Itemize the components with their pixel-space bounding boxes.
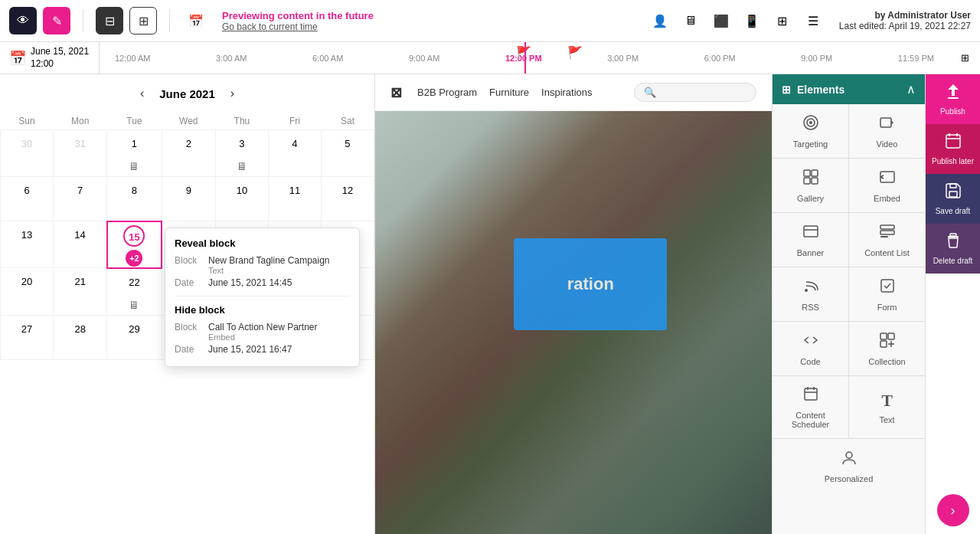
element-targeting[interactable]: Targeting — [773, 104, 848, 158]
day-28[interactable]: 28 — [54, 315, 107, 359]
day-header-mon: Mon — [54, 113, 107, 130]
day-header-wed: Wed — [162, 113, 215, 130]
layout2-btn[interactable]: ⊞ — [129, 7, 157, 34]
svg-rect-36 — [950, 234, 956, 236]
calendar-month-title: June 2021 — [159, 87, 215, 100]
day-10[interactable]: 10 — [215, 177, 268, 221]
banner-icon — [802, 223, 819, 244]
svg-marker-4 — [891, 120, 893, 125]
hide-date-label: Date — [175, 344, 204, 355]
content-scheduler-icon — [802, 385, 819, 406]
day-15[interactable]: 15 +2 — [107, 221, 162, 268]
preview-hero: ration — [375, 111, 772, 534]
more-icon-btn[interactable]: ☰ — [799, 7, 827, 34]
eye-icon-btn[interactable]: 👁 — [9, 7, 37, 34]
tl-12am: 12:00 AM — [115, 54, 150, 63]
day-29[interactable]: 29 — [107, 315, 162, 359]
day-31-prev[interactable]: 31 — [54, 130, 107, 177]
hero-blue-block: ration — [514, 238, 667, 330]
element-label-collection: Collection — [868, 357, 905, 366]
day-30-prev[interactable]: 30 — [1, 130, 54, 177]
element-gallery[interactable]: Gallery — [773, 159, 848, 212]
element-embed[interactable]: Embed — [849, 159, 925, 212]
calendar-icon-btn[interactable]: 📅 — [182, 7, 210, 34]
svg-rect-8 — [812, 178, 818, 184]
element-personalized[interactable]: Personalized — [773, 439, 925, 493]
svg-rect-3 — [880, 118, 891, 127]
calendar-prev-btn[interactable]: ‹ — [134, 84, 150, 103]
embed-icon — [879, 169, 896, 189]
delete-draft-btn[interactable]: Delete draft — [926, 224, 980, 274]
day-5[interactable]: 5 — [321, 130, 374, 177]
calendar-panel: ‹ June 2021 › Sun Mon Tue Wed Thu Fri Sa… — [0, 74, 375, 534]
day-12[interactable]: 12 — [321, 177, 374, 221]
day-3[interactable]: 3 🖥 — [215, 130, 268, 177]
day-4[interactable]: 4 — [268, 130, 321, 177]
day-14[interactable]: 14 — [54, 221, 107, 268]
day-num: 4 — [284, 133, 305, 155]
tl-11pm: 11:59 PM — [898, 54, 934, 63]
text-icon: T — [881, 391, 893, 411]
day-header-sun: Sun — [1, 113, 54, 130]
day-num: 1 — [123, 133, 145, 155]
day-header-thu: Thu — [215, 113, 268, 130]
elements-grid-icon: ⊞ — [782, 84, 791, 96]
toolbar-right: 👤 🖥 ⬛ 📱 ⊞ ☰ by Administrator User Last e… — [646, 7, 971, 34]
grid-view-btn[interactable]: ⊞ — [949, 43, 980, 74]
day-8[interactable]: 8 — [107, 177, 162, 221]
day-21[interactable]: 21 — [54, 268, 107, 316]
scroll-down-btn[interactable]: › — [937, 494, 969, 526]
preview-search[interactable]: 🔍 — [634, 83, 756, 102]
nav-b2b[interactable]: B2B Program — [417, 87, 477, 98]
mobile-icon-btn[interactable]: 📱 — [738, 7, 766, 34]
hide-block-title: Hide block — [175, 304, 350, 316]
person-icon-btn[interactable]: 👤 — [646, 7, 674, 34]
element-code[interactable]: Code — [773, 322, 848, 375]
element-collection[interactable]: Collection — [849, 322, 925, 375]
day-7[interactable]: 7 — [54, 177, 107, 221]
day-11[interactable]: 11 — [268, 177, 321, 221]
reveal-date-label: Date — [175, 277, 204, 288]
day-22[interactable]: 22 🖥 — [107, 268, 162, 316]
day-2[interactable]: 2 — [162, 130, 215, 177]
delete-draft-icon — [944, 231, 962, 254]
day-num: 20 — [16, 271, 38, 293]
day-num: 3 — [231, 133, 253, 155]
accessibility-icon-btn[interactable]: ⊞ — [769, 7, 796, 34]
element-rss[interactable]: RSS — [773, 267, 848, 321]
elements-collapse-btn[interactable]: ∧ — [906, 82, 916, 97]
website-preview: ⊠ B2B Program Furniture Inspirations 🔍 r… — [375, 74, 772, 534]
element-label-embed: Embed — [874, 194, 900, 203]
top-toolbar: 👁 ✎ ⊟ ⊞ 📅 Previewing content in the futu… — [0, 0, 980, 42]
calendar-next-btn[interactable]: › — [224, 84, 240, 103]
save-draft-btn[interactable]: Save draft — [926, 174, 980, 224]
timeline-date: June 15, 2021 — [31, 46, 89, 58]
element-content-scheduler[interactable]: Content Scheduler — [773, 376, 848, 438]
nav-inspirations[interactable]: Inspirations — [541, 87, 592, 98]
edit-icon-btn[interactable]: ✎ — [43, 7, 70, 34]
day-13[interactable]: 13 — [1, 221, 54, 268]
preview-nav-links: B2B Program Furniture Inspirations — [417, 87, 593, 98]
element-text[interactable]: T Text — [849, 376, 925, 438]
layout1-btn[interactable]: ⊟ — [96, 7, 123, 34]
go-back-link[interactable]: Go back to current time — [222, 21, 374, 32]
day-27[interactable]: 27 — [1, 315, 54, 359]
table-row: 6 7 8 9 10 11 12 — [1, 177, 374, 221]
day-num: 11 — [284, 180, 305, 201]
element-content-list[interactable]: Content List — [849, 213, 925, 267]
publish-later-btn[interactable]: Publish later — [926, 124, 980, 174]
tablet-icon-btn[interactable]: ⬛ — [707, 7, 735, 34]
nav-furniture[interactable]: Furniture — [489, 87, 529, 98]
timeline-date-btn[interactable]: 📅 June 15, 2021 12:00 — [0, 42, 100, 74]
desktop-icon-btn[interactable]: 🖥 — [677, 7, 704, 34]
day-20[interactable]: 20 — [1, 268, 54, 316]
element-form[interactable]: Form — [849, 267, 925, 321]
day-6[interactable]: 6 — [1, 177, 54, 221]
day-1[interactable]: 1 🖥 — [107, 130, 162, 177]
element-banner[interactable]: Banner — [773, 213, 848, 267]
hide-block-label: Block — [175, 322, 204, 342]
day-9[interactable]: 9 — [162, 177, 215, 221]
hide-date-row: Date June 15, 2021 16:47 — [175, 344, 350, 355]
element-video[interactable]: Video — [849, 104, 925, 158]
publish-btn[interactable]: Publish — [926, 74, 980, 124]
